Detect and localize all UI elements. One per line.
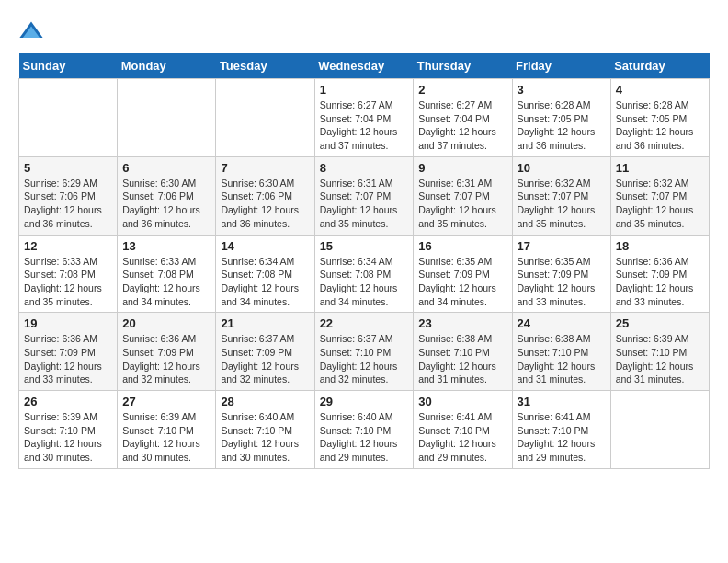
calendar-cell: 19Sunrise: 6:36 AM Sunset: 7:09 PM Dayli…	[19, 313, 118, 391]
calendar-week-row: 12Sunrise: 6:33 AM Sunset: 7:08 PM Dayli…	[19, 235, 710, 313]
calendar-cell	[216, 79, 314, 157]
day-info: Sunrise: 6:36 AM Sunset: 7:09 PM Dayligh…	[616, 255, 704, 309]
calendar-cell: 9Sunrise: 6:31 AM Sunset: 7:07 PM Daylig…	[414, 156, 512, 235]
day-info: Sunrise: 6:38 AM Sunset: 7:10 PM Dayligh…	[518, 332, 606, 386]
day-info: Sunrise: 6:29 AM Sunset: 7:06 PM Dayligh…	[24, 177, 112, 231]
day-number: 8	[320, 161, 409, 175]
day-info: Sunrise: 6:28 AM Sunset: 7:05 PM Dayligh…	[518, 98, 606, 153]
day-number: 24	[518, 316, 606, 330]
day-number: 31	[518, 395, 606, 408]
day-number: 21	[221, 316, 309, 330]
day-info: Sunrise: 6:32 AM Sunset: 7:07 PM Dayligh…	[518, 177, 606, 231]
calendar-cell: 30Sunrise: 6:41 AM Sunset: 7:10 PM Dayli…	[414, 391, 512, 469]
day-info: Sunrise: 6:37 AM Sunset: 7:10 PM Dayligh…	[320, 332, 409, 386]
day-of-week-header: Thursday	[414, 53, 512, 79]
calendar-week-row: 26Sunrise: 6:39 AM Sunset: 7:10 PM Dayli…	[19, 391, 710, 469]
day-number: 22	[320, 316, 409, 330]
day-number: 18	[616, 239, 704, 253]
calendar-cell: 5Sunrise: 6:29 AM Sunset: 7:06 PM Daylig…	[19, 156, 118, 235]
day-info: Sunrise: 6:39 AM Sunset: 7:10 PM Dayligh…	[122, 410, 210, 465]
day-info: Sunrise: 6:40 AM Sunset: 7:10 PM Dayligh…	[221, 410, 309, 465]
day-number: 10	[518, 161, 606, 175]
calendar-cell: 31Sunrise: 6:41 AM Sunset: 7:10 PM Dayli…	[512, 391, 610, 469]
calendar-cell: 28Sunrise: 6:40 AM Sunset: 7:10 PM Dayli…	[216, 391, 314, 469]
day-info: Sunrise: 6:36 AM Sunset: 7:09 PM Dayligh…	[122, 332, 210, 386]
day-info: Sunrise: 6:27 AM Sunset: 7:04 PM Dayligh…	[320, 98, 409, 153]
calendar-cell: 25Sunrise: 6:39 AM Sunset: 7:10 PM Dayli…	[610, 313, 709, 391]
day-number: 23	[418, 316, 506, 330]
day-number: 16	[418, 239, 506, 253]
calendar-cell: 12Sunrise: 6:33 AM Sunset: 7:08 PM Dayli…	[19, 235, 118, 313]
day-info: Sunrise: 6:34 AM Sunset: 7:08 PM Dayligh…	[221, 255, 309, 309]
day-info: Sunrise: 6:31 AM Sunset: 7:07 PM Dayligh…	[418, 177, 506, 231]
logo-icon	[18, 18, 44, 44]
calendar-cell: 26Sunrise: 6:39 AM Sunset: 7:10 PM Dayli…	[19, 391, 118, 469]
calendar-cell: 17Sunrise: 6:35 AM Sunset: 7:09 PM Dayli…	[512, 235, 610, 313]
day-info: Sunrise: 6:27 AM Sunset: 7:04 PM Dayligh…	[418, 98, 506, 153]
day-number: 17	[518, 239, 606, 253]
day-number: 13	[122, 239, 210, 253]
calendar-cell: 6Sunrise: 6:30 AM Sunset: 7:06 PM Daylig…	[118, 156, 216, 235]
calendar-cell: 13Sunrise: 6:33 AM Sunset: 7:08 PM Dayli…	[118, 235, 216, 313]
page-header	[18, 18, 710, 44]
day-info: Sunrise: 6:41 AM Sunset: 7:10 PM Dayligh…	[518, 410, 606, 465]
day-number: 4	[616, 83, 704, 97]
calendar-week-row: 19Sunrise: 6:36 AM Sunset: 7:09 PM Dayli…	[19, 313, 710, 391]
day-number: 11	[616, 161, 704, 175]
day-of-week-header: Sunday	[19, 53, 118, 79]
calendar-cell	[610, 391, 709, 469]
calendar-cell: 8Sunrise: 6:31 AM Sunset: 7:07 PM Daylig…	[314, 156, 414, 235]
day-number: 28	[221, 395, 309, 408]
day-number: 26	[24, 395, 112, 408]
calendar-cell: 2Sunrise: 6:27 AM Sunset: 7:04 PM Daylig…	[414, 79, 512, 157]
calendar-cell: 16Sunrise: 6:35 AM Sunset: 7:09 PM Dayli…	[414, 235, 512, 313]
calendar-cell: 1Sunrise: 6:27 AM Sunset: 7:04 PM Daylig…	[314, 79, 414, 157]
day-of-week-header: Saturday	[610, 53, 709, 79]
day-info: Sunrise: 6:38 AM Sunset: 7:10 PM Dayligh…	[418, 332, 506, 386]
day-info: Sunrise: 6:35 AM Sunset: 7:09 PM Dayligh…	[418, 255, 506, 309]
day-info: Sunrise: 6:39 AM Sunset: 7:10 PM Dayligh…	[24, 410, 112, 465]
day-info: Sunrise: 6:31 AM Sunset: 7:07 PM Dayligh…	[320, 177, 409, 231]
calendar-cell: 15Sunrise: 6:34 AM Sunset: 7:08 PM Dayli…	[314, 235, 414, 313]
calendar-cell: 10Sunrise: 6:32 AM Sunset: 7:07 PM Dayli…	[512, 156, 610, 235]
calendar-week-row: 5Sunrise: 6:29 AM Sunset: 7:06 PM Daylig…	[19, 156, 710, 235]
calendar-table: SundayMondayTuesdayWednesdayThursdayFrid…	[18, 53, 710, 469]
day-number: 9	[418, 161, 506, 175]
day-of-week-header: Wednesday	[314, 53, 414, 79]
day-number: 3	[518, 83, 606, 97]
calendar-cell: 21Sunrise: 6:37 AM Sunset: 7:09 PM Dayli…	[216, 313, 314, 391]
day-number: 15	[320, 239, 409, 253]
day-info: Sunrise: 6:41 AM Sunset: 7:10 PM Dayligh…	[418, 410, 506, 465]
calendar-cell: 24Sunrise: 6:38 AM Sunset: 7:10 PM Dayli…	[512, 313, 610, 391]
day-number: 14	[221, 239, 309, 253]
day-info: Sunrise: 6:32 AM Sunset: 7:07 PM Dayligh…	[616, 177, 704, 231]
day-number: 6	[122, 161, 210, 175]
day-of-week-header: Friday	[512, 53, 610, 79]
day-number: 19	[24, 316, 112, 330]
calendar-cell: 27Sunrise: 6:39 AM Sunset: 7:10 PM Dayli…	[118, 391, 216, 469]
day-info: Sunrise: 6:34 AM Sunset: 7:08 PM Dayligh…	[320, 255, 409, 309]
day-number: 2	[418, 83, 506, 97]
day-info: Sunrise: 6:30 AM Sunset: 7:06 PM Dayligh…	[122, 177, 210, 231]
day-number: 27	[122, 395, 210, 408]
day-info: Sunrise: 6:33 AM Sunset: 7:08 PM Dayligh…	[122, 255, 210, 309]
calendar-cell: 18Sunrise: 6:36 AM Sunset: 7:09 PM Dayli…	[610, 235, 709, 313]
day-number: 7	[221, 161, 309, 175]
day-number: 29	[320, 395, 409, 408]
calendar-cell	[19, 79, 118, 157]
calendar-cell: 4Sunrise: 6:28 AM Sunset: 7:05 PM Daylig…	[610, 79, 709, 157]
day-info: Sunrise: 6:30 AM Sunset: 7:06 PM Dayligh…	[221, 177, 309, 231]
day-number: 1	[320, 83, 409, 97]
day-info: Sunrise: 6:28 AM Sunset: 7:05 PM Dayligh…	[616, 98, 704, 153]
day-info: Sunrise: 6:37 AM Sunset: 7:09 PM Dayligh…	[221, 332, 309, 386]
day-number: 20	[122, 316, 210, 330]
calendar-cell: 23Sunrise: 6:38 AM Sunset: 7:10 PM Dayli…	[414, 313, 512, 391]
calendar-cell: 3Sunrise: 6:28 AM Sunset: 7:05 PM Daylig…	[512, 79, 610, 157]
day-of-week-header: Tuesday	[216, 53, 314, 79]
calendar-header-row: SundayMondayTuesdayWednesdayThursdayFrid…	[19, 53, 710, 79]
calendar-cell: 20Sunrise: 6:36 AM Sunset: 7:09 PM Dayli…	[118, 313, 216, 391]
calendar-cell: 14Sunrise: 6:34 AM Sunset: 7:08 PM Dayli…	[216, 235, 314, 313]
day-info: Sunrise: 6:35 AM Sunset: 7:09 PM Dayligh…	[518, 255, 606, 309]
calendar-cell: 22Sunrise: 6:37 AM Sunset: 7:10 PM Dayli…	[314, 313, 414, 391]
calendar-week-row: 1Sunrise: 6:27 AM Sunset: 7:04 PM Daylig…	[19, 79, 710, 157]
